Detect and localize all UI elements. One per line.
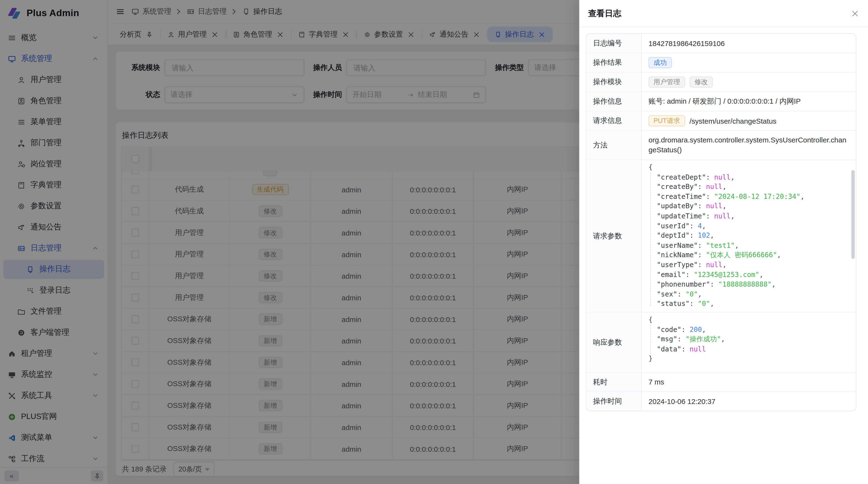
code-scrollbar[interactable] — [851, 170, 855, 259]
detail-label: 日志编号 — [586, 34, 642, 53]
detail-row-request-params: 请求参数 { "createDept": null, "createBy": n… — [586, 160, 856, 312]
detail-label: 操作模块 — [586, 72, 642, 91]
detail-row-response-params: 响应参数 { "code": 200, "msg": "操作成功", "data… — [586, 313, 856, 373]
detail-row-op-time: 操作时间 2024-10-06 12:20:37 — [586, 392, 856, 411]
detail-label: 响应参数 — [586, 313, 642, 373]
http-method-tag: PUT请求 — [649, 115, 685, 126]
detail-value: 用户管理修改 — [642, 72, 856, 91]
request-url: /system/user/changeStatus — [689, 117, 776, 125]
detail-label: 请求参数 — [586, 160, 642, 312]
detail-row-op-info: 操作信息 账号: admin / 研发部门 / 0:0:0:0:0:0:0:1 … — [586, 92, 856, 111]
detail-value: 2024-10-06 12:20:37 — [642, 392, 856, 411]
detail-value: org.dromara.system.controller.system.Sys… — [642, 131, 856, 160]
detail-value: 成功 — [642, 53, 856, 72]
detail-label: 请求信息 — [586, 111, 642, 130]
detail-value: 7 ms — [642, 373, 856, 391]
close-icon[interactable] — [851, 9, 859, 18]
module-tag: 修改 — [689, 76, 713, 88]
app-window: Plus Admin 概览 系统管理 用户管理 角色管理 — [0, 0, 868, 484]
detail-row-log-id: 日志编号 1842781986426159106 — [586, 34, 856, 53]
detail-label: 操作信息 — [586, 92, 642, 111]
result-tag: 成功 — [649, 57, 672, 68]
detail-label: 方法 — [586, 131, 642, 160]
detail-value: { "code": 200, "msg": "操作成功", "data": nu… — [642, 313, 856, 373]
detail-row-request: 请求信息 PUT请求 /system/user/changeStatus — [586, 111, 856, 131]
detail-label: 操作时间 — [586, 392, 642, 411]
drawer-header: 查看日志 — [579, 0, 868, 27]
module-tag: 用户管理 — [649, 76, 685, 88]
detail-value: PUT请求 /system/user/changeStatus — [642, 111, 856, 130]
indent-guide — [650, 325, 651, 354]
log-detail-drawer: 查看日志 日志编号 1842781986426159106 操作结果 成功 操作… — [579, 0, 868, 484]
log-detail-table: 日志编号 1842781986426159106 操作结果 成功 操作模块 用户… — [586, 33, 857, 411]
request-params-code: { "createDept": null, "createBy": null, … — [649, 163, 849, 309]
detail-row-method: 方法 org.dromara.system.controller.system.… — [586, 131, 856, 160]
detail-row-duration: 耗时 7 ms — [586, 373, 856, 392]
detail-label: 操作结果 — [586, 53, 642, 72]
detail-value: 账号: admin / 研发部门 / 0:0:0:0:0:0:0:1 / 内网I… — [642, 92, 856, 111]
screen: Plus Admin 概览 系统管理 用户管理 角色管理 — [0, 0, 868, 484]
detail-label: 耗时 — [586, 373, 642, 391]
drawer-title: 查看日志 — [588, 8, 621, 19]
response-params-code: { "code": 200, "msg": "操作成功", "data": nu… — [649, 315, 849, 364]
indent-guide — [650, 172, 651, 306]
detail-row-result: 操作结果 成功 — [586, 53, 856, 72]
detail-value: 1842781986426159106 — [642, 34, 856, 53]
detail-row-module: 操作模块 用户管理修改 — [586, 72, 856, 92]
detail-value: { "createDept": null, "createBy": null, … — [642, 160, 856, 312]
